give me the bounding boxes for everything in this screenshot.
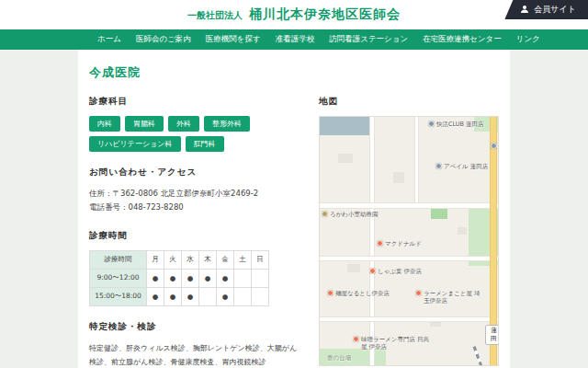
open-mark: ●	[217, 269, 234, 287]
map-heading: 地図	[319, 96, 499, 108]
day-header: 金	[217, 250, 234, 269]
map-place-label: ろがわ小室幼稚園	[330, 211, 378, 218]
map-road	[320, 317, 498, 321]
hours-row-afternoon: 15:00〜18:00 ● ● ● ●	[90, 287, 269, 305]
department-tag[interactable]: 胃腸科	[125, 116, 164, 132]
map-place: 麺屋なるとし伊奈店	[327, 290, 390, 297]
checkups-text: 特定健診、肝炎ウィルス検診、胸部レントゲン検診、大腸がん検診、前立腺がん検診、骨…	[89, 341, 299, 368]
day-header: 月	[147, 250, 164, 269]
day-header: 日	[252, 250, 269, 269]
map-building	[338, 154, 353, 163]
map-place-label: ラーメンまこと屋 埼玉伊奈店	[424, 290, 485, 305]
map-building	[347, 264, 360, 272]
map-road	[320, 203, 498, 208]
nav-item-links[interactable]: リンク	[516, 34, 540, 45]
map-place-label: マクドナルド	[385, 240, 422, 247]
open-mark	[234, 269, 252, 287]
restaurant-marker-icon	[353, 336, 359, 342]
departments-heading: 診療科目	[89, 96, 299, 108]
department-tag[interactable]: 内科	[89, 116, 120, 132]
department-tags: 内科 胃腸科 外科 整形外科 リハビリテーション科 肛門科	[89, 116, 299, 152]
address-text: 住所：〒362-0806 北足立郡伊奈町小室2469-2	[89, 187, 299, 201]
department-tag[interactable]: リハビリテーション科	[89, 136, 181, 152]
phone-text: 電話番号：048-723-8280	[89, 201, 299, 214]
map-place: 快活CLUB 蓮田店	[428, 121, 484, 128]
map-station-label: 蓮田	[485, 325, 499, 345]
school-marker-icon	[322, 211, 328, 217]
open-mark: ●	[164, 287, 182, 305]
open-mark	[199, 287, 217, 305]
map-place-label: 豊の台場	[327, 354, 351, 362]
nav-item-find-clinic[interactable]: 医療機関を探す	[206, 34, 261, 45]
map-place: 豊の台場	[327, 354, 351, 362]
day-header: 土	[234, 250, 252, 269]
map-canvas[interactable]: 快活CLUB 蓮田店 キッチンか アベイル 蓮田店 ろがわ小室幼稚園	[319, 116, 499, 366]
open-mark	[252, 269, 269, 287]
map-place: アベイル 蓮田店	[435, 163, 488, 170]
open-mark: ●	[217, 287, 234, 305]
main-nav: ホーム 医師会のご案内 医療機関を探す 准看護学校 訪問看護ステーション 在宅医…	[0, 29, 588, 50]
hours-header-row: 診療時間 月 火 水 木 金 土 日	[90, 250, 269, 269]
store-marker-icon	[435, 163, 442, 169]
map-column: 地図	[319, 96, 499, 368]
open-mark: ●	[147, 287, 164, 305]
open-mark: ●	[147, 269, 164, 287]
map-water-patch	[320, 117, 369, 135]
map-place: ラーメンまこと屋 埼玉伊奈店	[415, 290, 485, 305]
member-site-button[interactable]: 会員サイト	[504, 0, 588, 19]
nav-item-about[interactable]: 医師会のご案内	[136, 34, 191, 45]
department-tag[interactable]: 肛門科	[186, 136, 224, 152]
member-site-label: 会員サイト	[534, 4, 576, 16]
nav-item-home[interactable]: ホーム	[97, 34, 121, 45]
restaurant-marker-icon	[369, 268, 376, 274]
map-place-label: 快活CLUB 蓮田店	[436, 121, 484, 128]
department-tag[interactable]: 外科	[168, 116, 199, 132]
hours-row-morning: 9:00〜12:00 ● ● ● ● ●	[90, 269, 269, 287]
day-header: 水	[182, 250, 199, 269]
open-mark: ●	[182, 287, 199, 305]
map-road	[370, 117, 374, 365]
day-header: 木	[199, 250, 217, 269]
store-marker-icon	[491, 143, 497, 149]
time-slot: 9:00〜12:00	[90, 269, 147, 287]
day-header: 火	[164, 250, 182, 269]
hours-heading: 診療時間	[89, 230, 299, 242]
restaurant-marker-icon	[377, 240, 383, 247]
open-mark: ●	[182, 269, 199, 287]
map-place-label: アベイル 蓮田店	[444, 163, 488, 170]
org-prefix: 一般社団法人	[187, 9, 243, 22]
open-mark	[234, 287, 252, 305]
map-road	[320, 257, 498, 260]
map-station: 蓮田	[485, 325, 499, 345]
hours-table: 診療時間 月 火 水 木 金 土 日 9:00〜12:00 ● ● ●	[89, 250, 269, 306]
open-mark: ●	[199, 269, 217, 287]
content-columns: 診療科目 内科 胃腸科 外科 整形外科 リハビリテーション科 肛門科 お問い合わ…	[89, 96, 499, 368]
nav-item-homecare-center[interactable]: 在宅医療連携センター	[423, 34, 502, 45]
time-slot: 15:00〜18:00	[90, 287, 147, 305]
hours-table-label: 診療時間	[90, 250, 147, 269]
map-building	[393, 172, 404, 183]
open-mark	[252, 287, 269, 305]
person-icon	[520, 5, 529, 16]
nav-item-visiting-nurse[interactable]: 訪問看護ステーション	[329, 34, 408, 45]
nav-item-nursing-school[interactable]: 准看護学校	[276, 34, 315, 45]
restaurant-marker-icon	[327, 290, 334, 296]
map-building	[458, 227, 467, 235]
map-place: マクドナルド	[377, 240, 422, 247]
page: 一般社団法人 桶川北本伊奈地区医師会 会員サイト ホーム 医師会のご案内 医療機…	[0, 0, 588, 368]
department-tag[interactable]: 整形外科	[204, 116, 250, 132]
restaurant-marker-icon	[415, 290, 422, 296]
checkups-heading: 特定検診・検診	[89, 321, 299, 333]
open-mark: ●	[164, 269, 182, 287]
store-marker-icon	[428, 121, 435, 127]
site-title: 一般社団法人 桶川北本伊奈地区医師会	[187, 6, 401, 23]
clinic-details-column: 診療科目 内科 胃腸科 外科 整形外科 リハビリテーション科 肛門科 お問い合わ…	[89, 96, 299, 368]
map-place-label: 麺屋なるとし伊奈店	[335, 290, 390, 297]
site-header: 一般社団法人 桶川北本伊奈地区医師会 会員サイト	[0, 0, 588, 29]
map-place: キッチンか	[491, 143, 499, 180]
map-road	[415, 117, 418, 207]
map-place-label: しゃぶ葉 伊奈店	[378, 268, 422, 275]
contact-heading: お問い合わせ・アクセス	[89, 167, 299, 178]
map-place-label: 味噌ラーメン専門店 日高屋 伊奈店	[361, 336, 434, 351]
map-place: しゃぶ葉 伊奈店	[369, 268, 422, 275]
